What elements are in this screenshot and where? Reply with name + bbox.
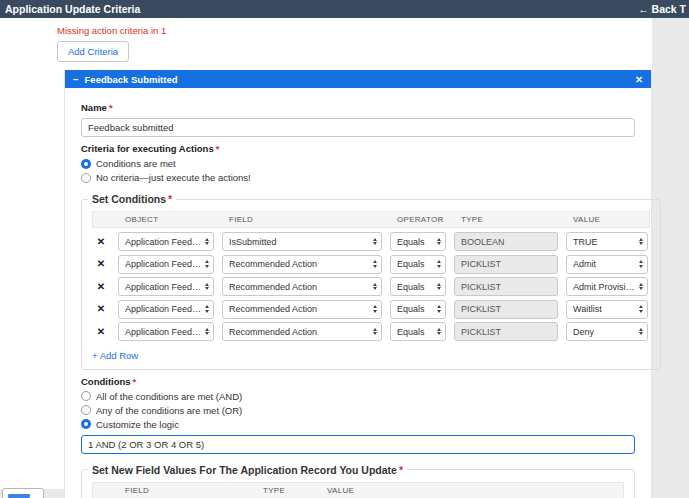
add-row-link[interactable]: + Add Row [92, 350, 138, 361]
radio-icon[interactable] [81, 173, 91, 183]
type-field: BOOLEAN [454, 232, 558, 251]
cutoff-popup [2, 488, 44, 498]
criteria-card: − Feedback Submitted ✕ Name* Criteria fo… [64, 70, 652, 498]
select-stepper-icon [639, 260, 643, 268]
condition-row: ✕ Application Feedback Recommended Actio… [92, 255, 650, 274]
set-conditions-fieldset: Set Conditions* OBJECT FIELD OPERATOR TY… [81, 193, 661, 370]
value-select[interactable]: TRUE [566, 232, 648, 251]
radio-icon[interactable] [81, 419, 91, 429]
condition-row: ✕ Application Feedback IsSubmitted Equal… [92, 232, 650, 251]
select-stepper-icon [639, 305, 643, 313]
select-stepper-icon [373, 260, 377, 268]
set-values-legend: Set New Field Values For The Application… [88, 464, 407, 476]
select-stepper-icon [205, 260, 209, 268]
field-select[interactable]: Recommended Action [222, 277, 382, 296]
column-object: OBJECT [119, 215, 215, 224]
select-stepper-icon [373, 328, 377, 336]
select-stepper-icon [205, 305, 209, 313]
screen: Application Update Criteria ← Back T Mis… [0, 0, 689, 498]
column-operator: OPERATOR [391, 215, 447, 224]
criteria-card-body: Name* Criteria for executing Actions* Co… [65, 88, 651, 498]
name-label: Name* [81, 102, 635, 113]
condition-row: ✕ Application Feedback Recommended Actio… [92, 300, 650, 319]
required-marker: * [216, 143, 220, 154]
object-select[interactable]: Application Feedback [118, 277, 214, 296]
column-field: FIELD [119, 486, 249, 495]
radio-customize-logic[interactable]: Customize the logic [81, 419, 635, 430]
select-stepper-icon [205, 283, 209, 291]
page-title: Application Update Criteria [5, 3, 140, 15]
criteria-card-title: Feedback Submitted [85, 74, 635, 85]
conditions-table-header: OBJECT FIELD OPERATOR TYPE VALUE [92, 211, 650, 228]
operator-select[interactable]: Equals [390, 232, 446, 251]
object-select[interactable]: Application Feedback [118, 322, 214, 341]
value-select[interactable]: Deny [566, 322, 648, 341]
set-values-fieldset: Set New Field Values For The Application… [81, 464, 635, 498]
value-select[interactable]: Admit [566, 255, 648, 274]
delete-row-button[interactable]: ✕ [92, 259, 110, 269]
radio-icon[interactable] [81, 391, 91, 401]
back-link[interactable]: ← Back T [638, 3, 686, 15]
value-select[interactable]: Admit Provisional [566, 277, 648, 296]
field-select[interactable]: Recommended Action [222, 322, 382, 341]
select-stepper-icon [639, 328, 643, 336]
values-table-header: FIELD TYPE VALUE [92, 482, 624, 498]
delete-row-button[interactable]: ✕ [92, 327, 110, 337]
conditions-label: Conditions* [81, 376, 635, 387]
required-marker: * [399, 464, 403, 476]
radio-all-and[interactable]: All of the conditions are met (AND) [81, 391, 635, 402]
custom-logic-input[interactable] [81, 435, 635, 454]
radio-no-criteria[interactable]: No criteria—just execute the actions! [81, 172, 635, 183]
select-stepper-icon [437, 238, 441, 246]
radio-icon[interactable] [81, 159, 91, 169]
radio-conditions-are-met[interactable]: Conditions are met [81, 158, 635, 169]
select-stepper-icon [639, 238, 643, 246]
select-stepper-icon [373, 305, 377, 313]
select-stepper-icon [437, 260, 441, 268]
add-criteria-button[interactable]: Add Criteria [57, 41, 129, 62]
operator-select[interactable]: Equals [390, 255, 446, 274]
condition-row: ✕ Application Feedback Recommended Actio… [92, 277, 650, 296]
object-select[interactable]: Application Feedback [118, 232, 214, 251]
delete-row-button[interactable]: ✕ [92, 304, 110, 314]
delete-row-button[interactable]: ✕ [92, 237, 110, 247]
type-field: PICKLIST [454, 322, 558, 341]
required-marker: * [109, 102, 113, 113]
cutoff-popup-text-fragment [8, 494, 30, 498]
field-select[interactable]: IsSubmitted [222, 232, 382, 251]
operator-select[interactable]: Equals [390, 300, 446, 319]
main-content: Missing action criteria in 1 Add Criteri… [0, 18, 652, 489]
collapse-icon[interactable]: − [73, 74, 79, 85]
object-select[interactable]: Application Feedback [118, 255, 214, 274]
required-marker: * [133, 376, 137, 387]
criteria-card-header: − Feedback Submitted ✕ [65, 70, 651, 88]
operator-select[interactable]: Equals [390, 322, 446, 341]
required-marker: * [168, 193, 172, 205]
select-stepper-icon [639, 283, 643, 291]
close-icon[interactable]: ✕ [635, 74, 643, 85]
column-field: FIELD [223, 215, 383, 224]
app-header: Application Update Criteria ← Back T [0, 0, 689, 18]
type-field: PICKLIST [454, 255, 558, 274]
select-stepper-icon [373, 283, 377, 291]
select-stepper-icon [437, 328, 441, 336]
set-conditions-legend: Set Conditions* [88, 193, 176, 205]
name-input[interactable] [81, 118, 635, 137]
select-stepper-icon [373, 238, 377, 246]
select-stepper-icon [205, 238, 209, 246]
value-select[interactable]: Waitlist [566, 300, 648, 319]
column-type: TYPE [257, 486, 313, 495]
type-field: PICKLIST [454, 277, 558, 296]
radio-any-or[interactable]: Any of the conditions are met (OR) [81, 405, 635, 416]
column-value: VALUE [321, 486, 425, 495]
operator-select[interactable]: Equals [390, 277, 446, 296]
column-type: TYPE [455, 215, 559, 224]
object-select[interactable]: Application Feedback [118, 300, 214, 319]
delete-row-button[interactable]: ✕ [92, 282, 110, 292]
column-value: VALUE [567, 215, 649, 224]
field-select[interactable]: Recommended Action [222, 300, 382, 319]
select-stepper-icon [437, 305, 441, 313]
radio-icon[interactable] [81, 405, 91, 415]
exec-criteria-label: Criteria for executing Actions* [81, 143, 635, 154]
field-select[interactable]: Recommended Action [222, 255, 382, 274]
